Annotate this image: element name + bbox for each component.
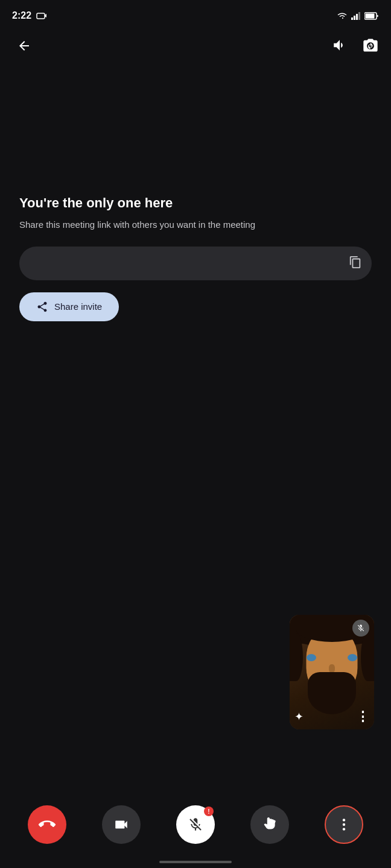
flip-camera-icon [362,37,379,54]
video-face: ✦ ⋮ [290,615,374,729]
wifi-icon [337,11,348,20]
signal-icon [351,11,361,20]
video-more-icon[interactable]: ⋮ [356,709,369,725]
more-options-icon [336,817,352,832]
svg-point-9 [343,823,345,826]
mic-muted-icon [188,817,203,832]
home-indicator [159,861,232,863]
svg-rect-0 [37,13,45,19]
back-icon [17,39,31,53]
video-mute-badge [352,620,369,637]
meeting-link-box[interactable] [19,247,372,280]
raise-hand-icon [262,817,278,832]
svg-rect-5 [358,12,360,20]
status-time: 2:22 [12,10,31,21]
mic-off-small-icon [357,624,365,632]
camera-icon [113,817,129,832]
volume-button[interactable] [332,37,348,55]
end-call-button[interactable] [28,805,66,844]
more-options-button[interactable] [325,805,363,844]
camera-button[interactable] [102,805,141,844]
mic-button[interactable]: ! [176,805,215,844]
status-icons [337,11,379,20]
share-icon [36,301,48,313]
copy-icon[interactable] [349,256,362,271]
mic-alert-badge: ! [204,807,214,816]
back-button[interactable] [12,34,36,58]
svg-rect-3 [354,16,355,20]
raise-hand-button[interactable] [250,805,289,844]
bottom-bar: ! [0,796,391,868]
svg-point-10 [343,828,345,830]
share-description: Share this meeting link with others you … [19,218,372,232]
video-thumbnail: ✦ ⋮ [290,615,374,729]
status-bar: 2:22 [0,0,391,29]
volume-icon [332,37,348,53]
end-call-icon [39,816,56,833]
svg-rect-7 [366,13,375,18]
flip-camera-button[interactable] [362,37,379,55]
only-one-title: You're the only one here [19,195,372,211]
main-content: You're the only one here Share this meet… [0,195,391,321]
effects-icon[interactable]: ✦ [294,710,304,723]
svg-rect-2 [351,17,353,20]
share-invite-button[interactable]: Share invite [19,292,119,321]
video-bottom-controls: ✦ ⋮ [294,709,369,725]
camera-status-icon [36,11,47,20]
svg-rect-4 [356,14,358,20]
nav-right [332,37,379,55]
svg-point-8 [343,819,345,821]
battery-icon [364,12,379,20]
top-nav [0,29,391,63]
share-invite-label: Share invite [54,301,102,312]
